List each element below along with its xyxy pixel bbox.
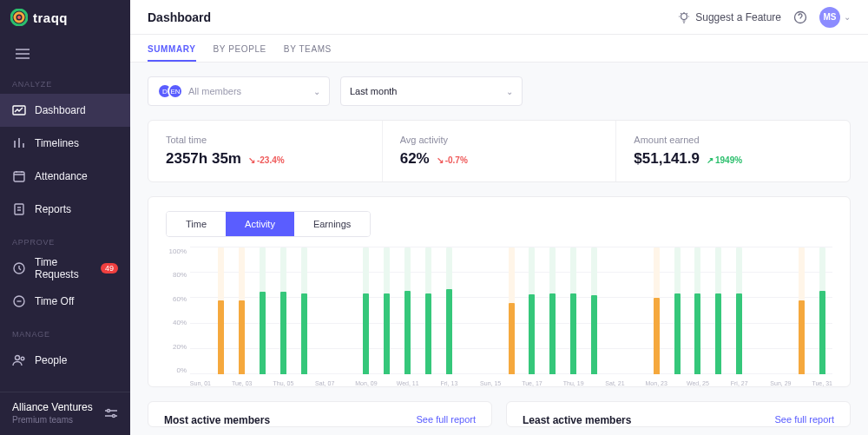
- help-icon[interactable]: [793, 10, 807, 24]
- nav-timelines[interactable]: Timelines: [0, 127, 130, 160]
- time-off-icon: [12, 294, 26, 308]
- nav-reports[interactable]: Reports: [0, 193, 130, 226]
- chart-bar[interactable]: [674, 247, 681, 374]
- chart-bar[interactable]: [260, 247, 266, 374]
- chart-bar[interactable]: [819, 247, 825, 374]
- chart-bar[interactable]: [529, 247, 535, 374]
- nav-attendance[interactable]: Attendance: [0, 160, 130, 193]
- seg-activity[interactable]: Activity: [226, 212, 294, 236]
- chart-bar[interactable]: [239, 247, 245, 374]
- nav-attendance-label: Attendance: [35, 170, 88, 182]
- logo[interactable]: traqq: [0, 0, 130, 35]
- chart-bar[interactable]: [425, 247, 431, 374]
- account-plan: Premium teams: [12, 415, 93, 425]
- most-active-link[interactable]: See full report: [417, 414, 476, 425]
- svg-point-11: [113, 414, 115, 417]
- arrow-up-icon: ↗: [707, 155, 713, 165]
- chart-x-label: Fri, 27: [731, 380, 748, 386]
- stat-total-time-value: 2357h 35m: [166, 150, 241, 168]
- topbar: Dashboard Suggest a Feature MS ⌄: [130, 0, 868, 35]
- svg-point-8: [16, 356, 20, 360]
- chart-bar[interactable]: [404, 247, 411, 374]
- chart-bar[interactable]: [654, 247, 660, 374]
- arrow-down-icon: ↘: [248, 155, 255, 165]
- account-switcher[interactable]: Alliance Ventures Premium teams: [0, 392, 130, 435]
- section-approve-label: APPROVE: [0, 226, 130, 252]
- svg-rect-4: [14, 172, 24, 181]
- chart-x-label: Sun, 29: [770, 380, 791, 386]
- chevron-down-icon: ⌄: [506, 87, 513, 96]
- svg-point-12: [681, 13, 687, 19]
- tab-by-teams[interactable]: BY TEAMS: [284, 44, 332, 62]
- member-lists-row: Most active members See full report Leas…: [148, 401, 851, 427]
- chart-bar[interactable]: [280, 247, 286, 374]
- chart-x-label: Sun, 01: [190, 380, 211, 386]
- chart-bar[interactable]: [363, 247, 369, 374]
- reports-icon: [12, 202, 26, 216]
- people-icon: [12, 353, 26, 367]
- chart-bar[interactable]: [509, 247, 515, 374]
- chart-bar[interactable]: [446, 247, 452, 374]
- activity-chart-panel: Time Activity Earnings 100%80%60%40%20%0…: [148, 196, 851, 387]
- chart-x-label: Mon, 09: [355, 380, 377, 386]
- tab-summary[interactable]: SUMMARY: [148, 44, 196, 62]
- activity-bar-chart: 100%80%60%40%20%0% Sun, 01Tue, 03Thu, 05…: [166, 247, 832, 386]
- chart-x-label: Thu, 19: [563, 380, 584, 386]
- chart-x-label: Tue, 17: [522, 380, 542, 386]
- chart-x-label: Mon, 23: [646, 380, 667, 386]
- svg-point-10: [108, 409, 110, 412]
- filters-row: DEN All members ⌄ Last month ⌄: [148, 76, 851, 106]
- chart-bar[interactable]: [549, 247, 556, 374]
- chart-x-label: Wed, 25: [687, 380, 709, 386]
- nav-dashboard[interactable]: Dashboard: [0, 94, 130, 127]
- chart-bar[interactable]: [799, 247, 805, 374]
- chart-x-label: Thu, 05: [273, 380, 294, 386]
- stat-avg-activity: Avg activity 62% ↘-0.7%: [382, 121, 616, 181]
- stat-avg-activity-delta: ↘-0.7%: [437, 155, 468, 165]
- stat-amount-earned: Amount earned $51,141.9 ↗1949%: [615, 121, 850, 181]
- nav-people[interactable]: People: [0, 344, 130, 377]
- svg-point-2: [17, 16, 21, 19]
- settings-icon[interactable]: [104, 407, 118, 419]
- chart-bar[interactable]: [736, 247, 742, 374]
- timelines-icon: [12, 136, 26, 150]
- chart-bar[interactable]: [218, 247, 224, 374]
- chart-plot-area: Sun, 01Tue, 03Thu, 05Sat, 07Mon, 09Wed, …: [190, 247, 832, 386]
- stats-row: Total time 2357h 35m ↘-23.4% Avg activit…: [148, 120, 851, 182]
- chart-bar[interactable]: [591, 247, 597, 374]
- section-analyze-label: ANALYZE: [0, 68, 130, 94]
- nav-reports-label: Reports: [35, 203, 71, 215]
- dashboard-icon: [12, 103, 26, 117]
- svg-point-9: [21, 357, 24, 360]
- tab-by-people[interactable]: BY PEOPLE: [214, 44, 266, 62]
- main-content: Dashboard Suggest a Feature MS ⌄ SUMMARY…: [130, 0, 868, 435]
- least-active-link[interactable]: See full report: [775, 414, 834, 425]
- seg-time[interactable]: Time: [167, 212, 226, 236]
- nav-time-off[interactable]: Time Off: [0, 285, 130, 318]
- chart-bar[interactable]: [694, 247, 700, 374]
- members-placeholder: All members: [188, 86, 313, 96]
- chart-bar[interactable]: [301, 247, 307, 374]
- period-filter[interactable]: Last month ⌄: [340, 76, 523, 106]
- chevron-down-icon: ⌄: [844, 12, 851, 22]
- logo-icon: [10, 9, 28, 26]
- nav-time-requests[interactable]: Time Requests 49: [0, 252, 130, 285]
- stat-total-time: Total time 2357h 35m ↘-23.4%: [148, 121, 382, 181]
- chart-bar[interactable]: [570, 247, 576, 374]
- attendance-icon: [12, 169, 26, 183]
- chart-x-label: Tue, 03: [232, 380, 252, 386]
- logo-text: traqq: [33, 10, 68, 25]
- stat-amount-earned-value: $51,141.9: [634, 150, 700, 168]
- stat-amount-earned-delta: ↗1949%: [707, 155, 742, 165]
- time-requests-badge: 49: [101, 263, 118, 274]
- view-tabs: SUMMARY BY PEOPLE BY TEAMS: [130, 35, 868, 63]
- chevron-down-icon: ⌄: [313, 87, 320, 96]
- suggest-feature-button[interactable]: Suggest a Feature: [678, 11, 781, 23]
- chart-bar[interactable]: [384, 247, 390, 374]
- chart-bar[interactable]: [715, 247, 721, 374]
- user-menu[interactable]: MS ⌄: [819, 7, 851, 28]
- members-filter[interactable]: DEN All members ⌄: [148, 76, 330, 106]
- sidebar-collapse-button[interactable]: [12, 43, 33, 64]
- seg-earnings[interactable]: Earnings: [294, 212, 370, 236]
- member-chip: EN: [168, 83, 183, 99]
